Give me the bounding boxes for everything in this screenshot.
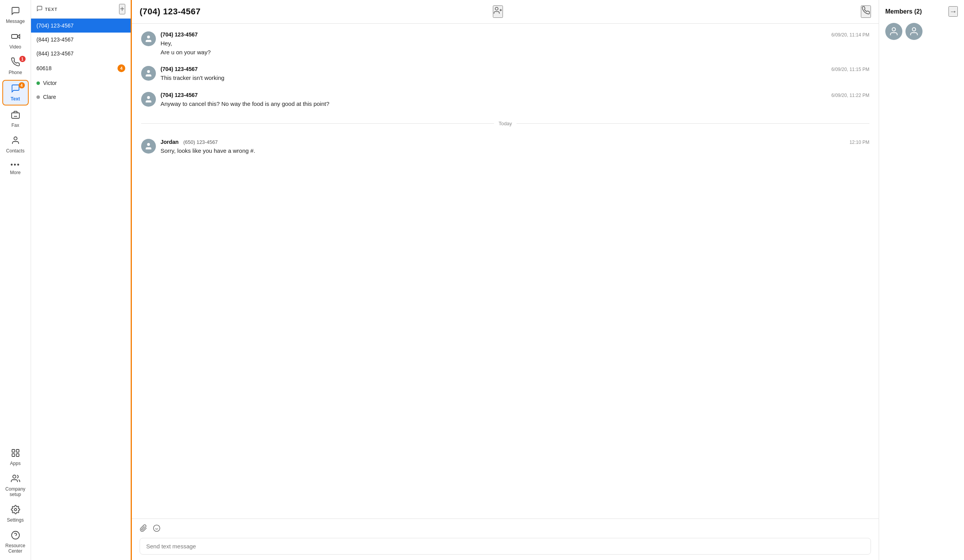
phone-icon bbox=[11, 57, 20, 68]
members-panel: Members (2) → bbox=[879, 0, 964, 560]
svg-point-19 bbox=[147, 96, 150, 99]
attachment-icon[interactable] bbox=[140, 524, 147, 534]
message-phone-4: (650) 123-4567 bbox=[183, 139, 218, 145]
message-group-1: (704) 123-4567 6/09/20, 11:14 PM Hey,Are… bbox=[141, 31, 869, 57]
conv-item-844-1[interactable]: (844) 123-4567 bbox=[31, 33, 131, 47]
members-expand-button[interactable]: → bbox=[948, 6, 958, 17]
message-sender-1: (704) 123-4567 bbox=[161, 31, 198, 38]
svg-point-24 bbox=[892, 28, 896, 31]
sidebar-item-text[interactable]: 4 Text bbox=[2, 80, 29, 105]
message-text-1: Hey,Are u on your way? bbox=[161, 39, 869, 57]
sidebar-item-more[interactable]: ••• More bbox=[2, 158, 29, 178]
contacts-icon bbox=[11, 136, 20, 147]
message-sender-2: (704) 123-4567 bbox=[161, 66, 198, 72]
svg-rect-6 bbox=[12, 449, 15, 452]
svg-rect-0 bbox=[12, 35, 17, 38]
main-chat-area: (704) 123-4567 (704) 123-4567 6/09/20, 1… bbox=[132, 0, 879, 560]
sidebar-item-message-label: Message bbox=[6, 19, 25, 24]
add-member-button[interactable] bbox=[493, 5, 503, 18]
member-avatar-2 bbox=[905, 23, 923, 40]
sidebar-item-settings[interactable]: Settings bbox=[2, 502, 29, 526]
member-avatars bbox=[885, 23, 958, 40]
conv-panel-title-text: TEXT bbox=[45, 7, 57, 12]
conv-item-clare-label: Clare bbox=[43, 94, 125, 100]
sidebar-item-text-label: Text bbox=[11, 96, 20, 102]
message-meta-1: (704) 123-4567 6/09/20, 11:14 PM bbox=[161, 31, 869, 38]
svg-point-5 bbox=[14, 137, 17, 140]
message-body-4: Jordan (650) 123-4567 12:10 PM Sorry, lo… bbox=[161, 139, 869, 156]
chat-toolbar bbox=[140, 524, 871, 534]
conv-panel-title: TEXT bbox=[36, 5, 57, 13]
sidebar-item-contacts[interactable]: Contacts bbox=[2, 133, 29, 157]
message-icon bbox=[11, 6, 20, 17]
message-text-2: This tracker isn't working bbox=[161, 74, 869, 83]
conversation-panel: TEXT + (704) 123-4567 (844) 123-4567 (84… bbox=[31, 0, 132, 560]
sidebar-item-resource-center[interactable]: Resource Center bbox=[2, 527, 29, 557]
more-icon: ••• bbox=[10, 161, 20, 168]
message-meta-2: (704) 123-4567 6/09/20, 11:15 PM bbox=[161, 66, 869, 72]
sidebar-item-video-label: Video bbox=[9, 44, 21, 50]
svg-point-11 bbox=[14, 508, 17, 511]
sidebar-item-contacts-label: Contacts bbox=[6, 148, 24, 154]
add-conversation-button[interactable]: + bbox=[119, 4, 125, 14]
chat-input-area bbox=[132, 519, 879, 560]
video-icon bbox=[11, 32, 20, 43]
sidebar-item-message[interactable]: Message bbox=[2, 3, 29, 27]
conversation-list: (704) 123-4567 (844) 123-4567 (844) 123-… bbox=[31, 19, 131, 560]
conv-header-icon bbox=[36, 5, 43, 13]
svg-point-12 bbox=[12, 531, 19, 539]
left-navigation: Message Video 1 Phone 4 Text Fax Contact… bbox=[0, 0, 31, 560]
conv-item-704[interactable]: (704) 123-4567 bbox=[31, 19, 131, 33]
sidebar-item-company-setup-label: Company setup bbox=[4, 486, 27, 497]
conv-item-844-1-label: (844) 123-4567 bbox=[36, 36, 125, 43]
fax-icon bbox=[11, 110, 20, 121]
sidebar-item-fax[interactable]: Fax bbox=[2, 107, 29, 131]
sidebar-item-settings-label: Settings bbox=[7, 517, 24, 523]
conv-item-60618[interactable]: 60618 4 bbox=[31, 60, 131, 76]
call-button[interactable] bbox=[861, 5, 871, 18]
settings-icon bbox=[11, 505, 20, 516]
conv-item-704-label: (704) 123-4567 bbox=[36, 22, 125, 29]
message-body-3: (704) 123-4567 6/09/20, 11:22 PM Anyway … bbox=[161, 92, 869, 109]
message-group-4: Jordan (650) 123-4567 12:10 PM Sorry, lo… bbox=[141, 139, 869, 156]
sidebar-item-video[interactable]: Video bbox=[2, 29, 29, 53]
svg-point-18 bbox=[147, 70, 150, 73]
message-time-3: 6/09/20, 11:22 PM bbox=[831, 93, 869, 98]
members-header: Members (2) → bbox=[885, 6, 958, 17]
conv-item-844-2-label: (844) 123-4567 bbox=[36, 50, 125, 57]
conv-item-victor-label: Victor bbox=[43, 80, 125, 86]
conv-item-844-2[interactable]: (844) 123-4567 bbox=[31, 47, 131, 60]
message-text-3: Anyway to cancel this? No way the food i… bbox=[161, 100, 869, 109]
svg-rect-8 bbox=[12, 454, 15, 456]
emoji-icon[interactable] bbox=[153, 524, 161, 534]
message-meta-3: (704) 123-4567 6/09/20, 11:22 PM bbox=[161, 92, 869, 98]
sidebar-item-company-setup[interactable]: Company setup bbox=[2, 471, 29, 500]
sidebar-item-resource-center-label: Resource Center bbox=[4, 543, 27, 554]
chat-header-title: (704) 123-4567 bbox=[140, 7, 488, 17]
conv-item-60618-label: 60618 bbox=[36, 65, 117, 71]
text-badge: 4 bbox=[19, 82, 25, 88]
sidebar-item-apps[interactable]: Apps bbox=[2, 445, 29, 469]
sidebar-item-phone[interactable]: 1 Phone bbox=[2, 54, 29, 78]
resource-center-icon bbox=[11, 531, 20, 541]
phone-badge: 1 bbox=[19, 56, 26, 62]
message-body-1: (704) 123-4567 6/09/20, 11:14 PM Hey,Are… bbox=[161, 31, 869, 57]
message-time-4: 12:10 PM bbox=[850, 140, 869, 145]
member-avatar-1 bbox=[885, 23, 902, 40]
victor-status-dot bbox=[36, 81, 40, 85]
svg-marker-1 bbox=[17, 35, 20, 38]
sidebar-item-fax-label: Fax bbox=[11, 123, 19, 128]
message-group-2: (704) 123-4567 6/09/20, 11:15 PM This tr… bbox=[141, 66, 869, 83]
message-time-1: 6/09/20, 11:14 PM bbox=[831, 32, 869, 38]
message-input[interactable] bbox=[140, 538, 871, 555]
svg-point-14 bbox=[495, 7, 498, 10]
message-time-2: 6/09/20, 11:15 PM bbox=[831, 67, 869, 72]
message-text-4: Sorry, looks like you have a wrong #. bbox=[161, 147, 869, 156]
conv-item-clare[interactable]: Clare bbox=[31, 90, 131, 104]
conv-item-60618-badge: 4 bbox=[117, 64, 125, 72]
conv-item-victor[interactable]: Victor bbox=[31, 76, 131, 90]
chat-header: (704) 123-4567 bbox=[132, 0, 879, 24]
message-body-2: (704) 123-4567 6/09/20, 11:15 PM This tr… bbox=[161, 66, 869, 83]
svg-point-21 bbox=[154, 525, 160, 532]
message-sender-4: Jordan bbox=[161, 139, 179, 145]
